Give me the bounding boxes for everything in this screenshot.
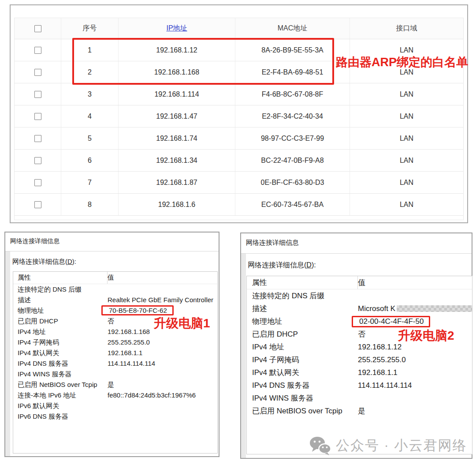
upgrade-pc1-annotation: 升级电脑1 (154, 315, 210, 332)
cell-mac: F4-6B-8C-67-08-8F (235, 83, 350, 105)
property-row: IPv6 默认网关 (13, 401, 217, 411)
property-row: IPv4 DNS 服务器 114.114.114.114 (247, 379, 472, 392)
row-checkbox-cell (15, 83, 61, 105)
property-name: 物理地址 (18, 305, 108, 316)
property-name: IPv4 默认网关 (18, 348, 108, 358)
row-checkbox-cell (15, 39, 61, 61)
property-row: 描述 Realtek PCIe GbE Family Controller (13, 295, 217, 305)
cell-interface: LAN (350, 194, 463, 215)
cell-mac: E2-F4-BA-69-48-51 (235, 61, 350, 83)
row-checkbox[interactable] (34, 135, 41, 142)
watermark-text: 公众号 · 小云君网络 (336, 436, 467, 455)
dialog1-details-listbox[interactable]: 属性 值 连接特定的 DNS 后缀 描述 Realtek PCIe GbE Fa… (13, 271, 218, 454)
arp-table-stub-row (15, 216, 463, 220)
cell-mac: 0E-BF-CF-63-80-D3 (235, 172, 350, 193)
property-row: 连接-本地 IPv6 地址 fe80::7d84:24d5:b3cf:1967%… (13, 390, 217, 401)
dialog1-divider (5, 251, 219, 251)
header-checkbox-cell (15, 18, 61, 39)
property-name: 物理地址 (252, 315, 358, 328)
property-name: 连接特定的 DNS 后缀 (18, 284, 108, 295)
cell-index: 4 (61, 105, 118, 127)
dialog1-title: 网络连接详细信息 (5, 232, 219, 245)
cell-interface: LAN (350, 83, 463, 105)
property-name: IPv4 子网掩码 (18, 337, 108, 348)
cell-ip: 192.168.1.168 (118, 61, 235, 83)
cell-mac: 8A-26-B9-5E-55-3A (235, 39, 350, 61)
network-details-dialog-1: 网络连接详细信息 网络连接详细信息(D): 属性 值 连接特定的 DNS 后缀 … (4, 232, 219, 457)
property-value: 是 (358, 405, 365, 417)
cell-ip: 192.168.1.12 (118, 39, 235, 61)
pixelated-blur (397, 305, 472, 312)
column-header-mac: MAC地址 (235, 18, 350, 39)
dialog1-left-strip (5, 251, 10, 456)
property-name: IPv4 DNS 服务器 (18, 358, 108, 369)
cell-mac: BC-22-47-0B-F9-A8 (235, 150, 350, 171)
cell-ip: 192.168.1.47 (118, 105, 235, 127)
cell-interface: LAN (350, 105, 463, 127)
property-name: IPv6 DNS 服务器 (18, 411, 108, 422)
row-checkbox[interactable] (34, 157, 41, 164)
property-row: IPv4 子网掩码 255.255.255.0 (13, 337, 217, 348)
property-row: 物理地址 70-B5-E8-70-FC-62 (13, 305, 217, 316)
whitelist-annotation: 路由器ARP绑定的白名单 (336, 54, 468, 70)
row-checkbox[interactable] (34, 113, 41, 120)
property-row: 连接特定的 DNS 后缀 (247, 289, 472, 302)
cell-index: 5 (61, 128, 118, 149)
property-name: IPv4 默认网关 (252, 366, 358, 379)
row-checkbox[interactable] (34, 201, 41, 208)
cell-ip: 192.168.1.114 (118, 83, 235, 105)
cell-mac: E2-8F-34-C2-40-34 (235, 105, 350, 127)
arp-table-row: 8 192.168.1.6 EC-60-73-45-67-BA LAN (15, 194, 463, 216)
property-value: 255.255.255.0 (358, 353, 406, 366)
cell-ip: 192.168.1.74 (118, 128, 235, 149)
dialog2-rows: 连接特定的 DNS 后缀 描述 Microsoft K 物理地址 02-00-4… (247, 289, 472, 417)
page: 序号 IP地址 MAC地址 接口域 1 192.168.1.12 8A-26-B… (0, 0, 476, 465)
column-property: 属性 (252, 276, 358, 289)
property-name: IPv4 WINS 服务器 (18, 369, 108, 379)
cell-interface: LAN (350, 172, 463, 193)
property-value: fe80::7d84:24d5:b3cf:1967%6 (108, 390, 196, 401)
dialog2-details-label: 网络连接详细信息(D): (248, 261, 316, 270)
property-row: 描述 Microsoft K (247, 302, 472, 315)
property-row: IPv4 默认网关 192.168.1.1 (13, 348, 217, 358)
property-value: 114.114.114.114 (108, 358, 155, 369)
property-name: 连接-本地 IPv6 地址 (18, 390, 108, 401)
cell-interface: LAN (350, 150, 463, 171)
row-checkbox[interactable] (34, 179, 41, 186)
property-row: 已启用 NetBIOS over Tcpip 是 (247, 405, 472, 417)
property-name: IPv4 DNS 服务器 (252, 379, 358, 392)
label-suffix: ): (72, 258, 76, 265)
row-checkbox[interactable] (34, 91, 41, 98)
property-name: 连接特定的 DNS 后缀 (252, 289, 358, 302)
column-value: 值 (108, 274, 114, 282)
label-accesskey: D (306, 261, 312, 269)
property-value-highlighted: 70-B5-E8-70-FC-62 (101, 305, 174, 315)
network-details-dialog-2: 网络连接详细信息 网络连接详细信息(D): 属性 值 连接特定的 DNS 后缀 … (240, 232, 472, 459)
arp-table-header-row: 序号 IP地址 MAC地址 接口域 (15, 18, 463, 39)
property-value: 192.168.1.12 (358, 341, 402, 353)
property-name: IPv6 默认网关 (18, 401, 108, 411)
upgrade-pc2-annotation: 升级电脑2 (398, 327, 454, 344)
property-row: IPv4 默认网关 192.168.1.1 (247, 366, 472, 379)
label-accesskey: D (67, 258, 72, 265)
dialog2-details-listbox[interactable]: 属性 值 连接特定的 DNS 后缀 描述 Microsoft K 物理地址 02… (246, 276, 472, 454)
column-value: 值 (358, 278, 365, 288)
column-header-interface: 接口域 (350, 18, 463, 39)
select-all-checkbox[interactable] (34, 25, 41, 32)
property-value: 是 (108, 379, 114, 390)
property-row: IPv4 子网掩码 255.255.255.0 (247, 353, 472, 366)
property-value: 192.168.1.1 (358, 366, 398, 379)
column-header-ip[interactable]: IP地址 (118, 18, 235, 39)
property-name: 描述 (18, 295, 108, 305)
property-value: 192.168.1.168 (108, 326, 150, 337)
property-name: 已启用 NetBIOS over Tcpip (18, 379, 108, 390)
property-value: Microsoft K (358, 302, 472, 315)
dialog1-details-label: 网络连接详细信息(D): (12, 258, 76, 266)
property-value: 否 (108, 316, 114, 326)
row-checkbox[interactable] (34, 69, 41, 76)
cell-index: 3 (61, 83, 118, 105)
property-name: 描述 (252, 302, 358, 315)
row-checkbox[interactable] (34, 47, 41, 54)
label-text: 网络连接详细信息( (248, 261, 306, 269)
property-name: 已启用 DHCP (252, 328, 358, 341)
